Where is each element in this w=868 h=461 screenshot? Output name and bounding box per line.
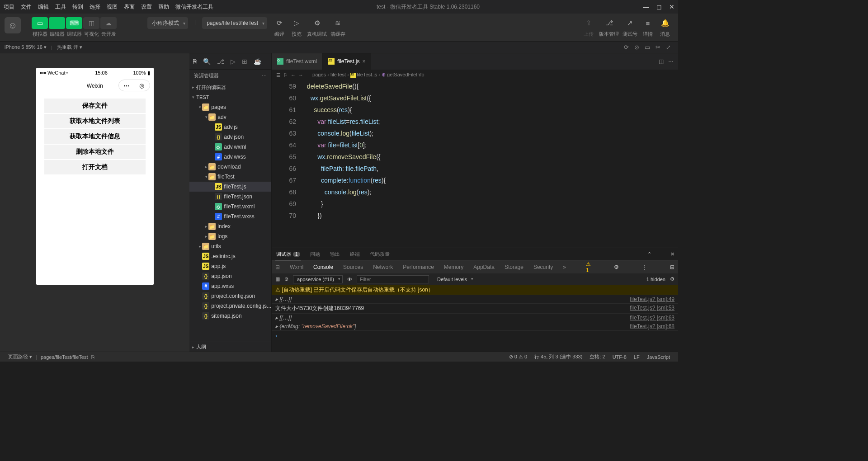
phone-button[interactable]: 获取本地文件列表 [44, 114, 146, 128]
panel-tab[interactable]: 问题 [309, 248, 321, 260]
tree-node[interactable]: {}app.json [189, 271, 271, 281]
toolbar-action[interactable]: ⚙真机调试 [307, 17, 327, 38]
console-row[interactable]: ▸ [{…}]fileTest.js? [sm]:49 [272, 295, 678, 304]
panel-close-icon[interactable]: ✕ [670, 251, 675, 257]
tree-node[interactable]: {}sitemap.json [189, 311, 271, 321]
toolbar-right-button[interactable]: 🔔消息 [658, 17, 672, 38]
panel-tab[interactable]: 输出 [329, 248, 341, 260]
menu-item[interactable]: 工具 [55, 3, 66, 11]
menu-item[interactable]: 文件 [21, 3, 32, 11]
tree-node[interactable]: ▾📁pages [189, 102, 271, 112]
toolbar-right-button[interactable]: ≡详情 [641, 17, 655, 38]
console-filter-input[interactable] [357, 275, 429, 283]
project-section[interactable]: TEST [189, 92, 271, 102]
editor-tab[interactable]: ◇fileTest.wxml [272, 53, 323, 70]
cup-icon[interactable]: ☕ [254, 58, 261, 65]
devtools-tab[interactable]: Memory [444, 264, 463, 270]
toolbar-button[interactable]: ⌨调试器 [66, 17, 82, 38]
panel-tab[interactable]: 终端 [349, 248, 361, 260]
devtools-tab[interactable]: Console [313, 264, 333, 270]
extensions-icon[interactable]: ⊞ [242, 58, 247, 65]
tree-node[interactable]: ◇adv.wxml [189, 142, 271, 152]
devtools-gear-icon[interactable]: ⚙ [614, 264, 619, 270]
toolbar-right-button[interactable]: ⇪上传 [582, 17, 595, 38]
menu-item[interactable]: 选择 [90, 3, 100, 11]
tree-node[interactable]: {}fileTest.json [189, 192, 271, 202]
tree-node[interactable]: JS.eslintrc.js [189, 251, 271, 261]
devtools-expand-icon[interactable]: ⊟ [670, 264, 675, 270]
close-icon[interactable]: ✕ [669, 3, 675, 10]
tree-node[interactable]: {}adv.json [189, 132, 271, 142]
console-gear-icon[interactable]: ⚙ [670, 276, 675, 282]
bookmark-icon[interactable]: ⚐ [283, 72, 288, 78]
outline-section[interactable]: 大纲 [189, 342, 271, 352]
more-icon[interactable]: ⋯ [668, 58, 674, 65]
back-icon[interactable]: ← [291, 72, 296, 78]
tree-node[interactable]: JSfileTest.js [189, 182, 271, 192]
hidden-count[interactable]: 1 hidden [646, 277, 665, 282]
eol[interactable]: LF [634, 354, 640, 360]
page-path[interactable]: pages/fileTest/fileTest [41, 354, 88, 360]
console-clear-icon[interactable]: ⊘ [284, 276, 288, 282]
console-play-icon[interactable]: ▥ [275, 276, 280, 282]
menu-item[interactable]: 视图 [107, 3, 118, 11]
encoding[interactable]: UTF-8 [613, 354, 627, 360]
devtools-tab[interactable]: Performance [403, 264, 434, 270]
toolbar-action[interactable]: ≋清缓存 [330, 17, 345, 38]
toolbar-right-button[interactable]: ⎇版本管理 [599, 17, 619, 38]
mode-select[interactable]: 小程序模式 [147, 17, 188, 29]
tree-node[interactable]: {}project.private.config.js... [189, 301, 271, 311]
tree-node[interactable]: {}project.config.json [189, 291, 271, 301]
device-icon[interactable]: ▭ [645, 44, 650, 51]
tree-node[interactable]: #adv.wxss [189, 152, 271, 162]
warning-badge[interactable]: ⚠ 1 [586, 261, 591, 273]
language-mode[interactable]: JavaScript [647, 354, 670, 360]
panel-tab[interactable]: 调试器1 [275, 248, 301, 260]
devtools-dock-icon[interactable]: ⋮ [642, 264, 647, 270]
devtools-tab[interactable]: Storage [505, 264, 524, 270]
tree-node[interactable]: JSapp.js [189, 261, 271, 271]
levels-select[interactable]: Default levels [434, 276, 475, 283]
split-icon[interactable]: ◫ [659, 58, 664, 65]
toolbar-button[interactable]: ☁云开发 [100, 17, 117, 38]
panel-up-icon[interactable]: ⌃ [647, 251, 651, 257]
phone-button[interactable]: 删除本地文件 [44, 145, 146, 159]
devtools-more-icon[interactable]: » [563, 264, 566, 270]
devtools-tab[interactable]: AppData [473, 264, 495, 270]
console-row[interactable]: 文件大小45730文件创建1683947769fileTest.js? [sm]… [272, 304, 678, 314]
devtools-back-icon[interactable]: ⊟ [275, 264, 280, 270]
stop-icon[interactable]: ⊘ [634, 44, 639, 51]
menu-item[interactable]: 设置 [141, 3, 152, 11]
tree-node[interactable]: ▸📁download [189, 162, 271, 172]
refresh-icon[interactable]: ⟳ [624, 44, 629, 51]
hotreload-toggle[interactable]: 热重载 开 ▾ [57, 44, 82, 51]
devtools-tab[interactable]: Security [533, 264, 553, 270]
debug-icon[interactable]: ▷ [231, 58, 236, 65]
cursor-position[interactable]: 行 45, 列 3 (选中 333) [534, 353, 582, 360]
minimize-icon[interactable]: — [643, 3, 649, 10]
menu-item[interactable]: 转到 [72, 3, 83, 11]
tree-node[interactable]: #app.wxss [189, 281, 271, 291]
tree-node[interactable]: ◇fileTest.wxml [189, 202, 271, 212]
console-row[interactable]: ▸ {errMsg: "removeSavedFile:ok"}fileTest… [272, 322, 678, 331]
toolbar-action[interactable]: ▷预览 [290, 17, 303, 38]
cut-icon[interactable]: ✂ [656, 44, 660, 51]
open-editors-section[interactable]: 打开的编辑器 [189, 82, 271, 92]
maximize-icon[interactable]: ◻ [656, 3, 662, 10]
menu-item[interactable]: 项目 [4, 3, 14, 11]
capsule-close-icon[interactable]: ◎ [134, 82, 150, 89]
files-icon[interactable]: ⎘ [193, 58, 197, 65]
list-icon[interactable]: ☰ [276, 72, 281, 78]
search-icon[interactable]: 🔍 [203, 58, 211, 65]
more-icon[interactable]: ⋯ [262, 73, 267, 79]
editor-tab[interactable]: JSfileTest.js× [323, 53, 371, 70]
capsule-button[interactable]: ⋯ ◎ [118, 80, 150, 91]
toolbar-button[interactable]: 编辑器 [49, 17, 65, 38]
toolbar-button[interactable]: ◫可视化 [83, 17, 99, 38]
status-errors[interactable]: ⊘ 0 ⚠ 0 [509, 354, 527, 360]
tree-node[interactable]: ▸📁index [189, 221, 271, 231]
toolbar-right-button[interactable]: ↗测试号 [623, 17, 637, 38]
tree-node[interactable]: ▾📁fileTest [189, 172, 271, 182]
devtools-tab[interactable]: Network [373, 264, 393, 270]
phone-button[interactable]: 保存文件 [44, 99, 146, 113]
